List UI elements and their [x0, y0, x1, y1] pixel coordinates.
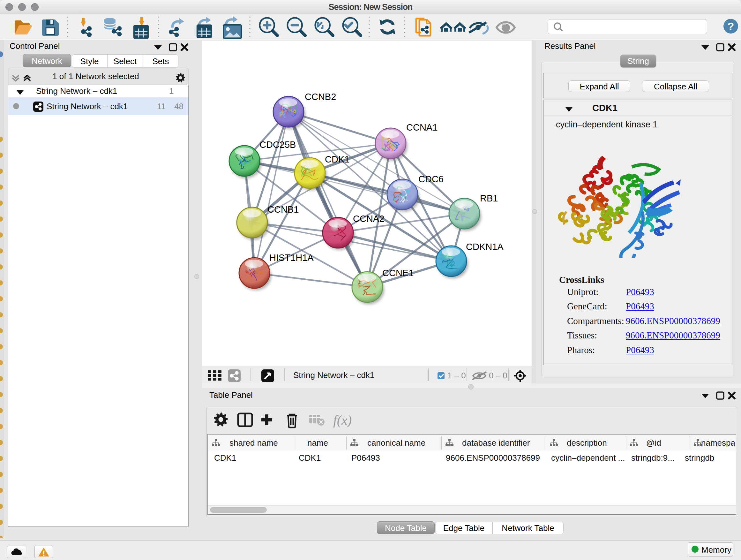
svg-text:HIST1H1A: HIST1H1A [269, 253, 314, 263]
svg-text:RB1: RB1 [480, 193, 498, 203]
svg-text:CDK1: CDK1 [325, 154, 349, 165]
svg-text:CCNB1: CCNB1 [267, 204, 299, 214]
svg-text:CCNB2: CCNB2 [305, 91, 336, 102]
svg-text:CCNE1: CCNE1 [382, 268, 414, 278]
svg-text:?: ? [728, 20, 734, 32]
svg-text:CCNA1: CCNA1 [406, 122, 437, 132]
svg-text:CCNA2: CCNA2 [353, 213, 384, 224]
svg-text:CDKN1A: CDKN1A [466, 242, 503, 252]
svg-text:f(x): f(x) [333, 413, 352, 428]
svg-text:CDC25B: CDC25B [259, 139, 296, 150]
svg-text:CDC6: CDC6 [418, 174, 444, 184]
